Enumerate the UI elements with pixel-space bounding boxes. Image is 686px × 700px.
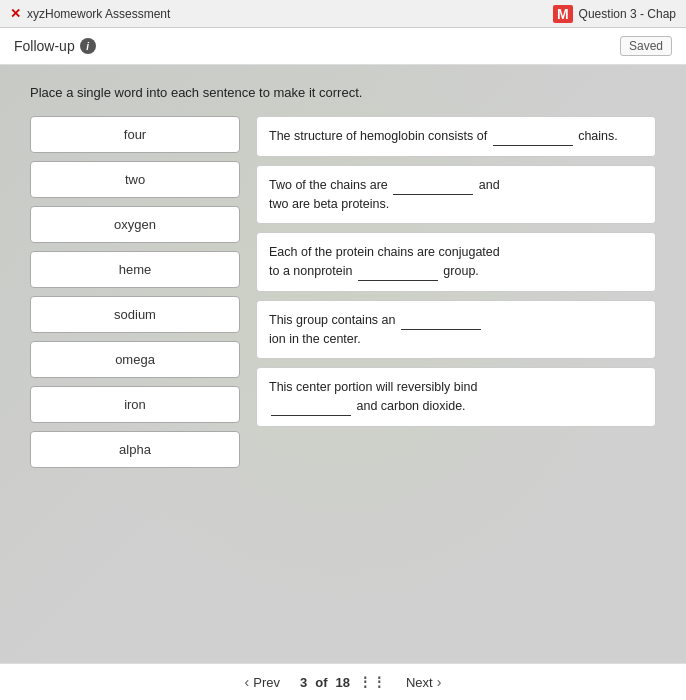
follow-up-text: Follow-up	[14, 38, 75, 54]
word-button-alpha[interactable]: alpha	[30, 431, 240, 468]
sentence-3-line1: Each of the protein chains are conjugate…	[269, 245, 500, 259]
word-list: four two oxygen heme sodium omega iron a…	[30, 116, 240, 468]
sentence-4-before: This group contains an	[269, 313, 399, 327]
sentence-box-5: This center portion will reversibly bind…	[256, 367, 656, 427]
sentence-4-line2: ion in the center.	[269, 332, 361, 346]
sentence-box-3: Each of the protein chains are conjugate…	[256, 232, 656, 292]
browser-tab-bar: ✕ xyzHomework Assessment M Question 3 - …	[0, 0, 686, 28]
word-button-oxygen[interactable]: oxygen	[30, 206, 240, 243]
word-button-heme[interactable]: heme	[30, 251, 240, 288]
sentence-box-2: Two of the chains are and two are beta p…	[256, 165, 656, 225]
word-button-four[interactable]: four	[30, 116, 240, 153]
sentence-box-4: This group contains an ion in the center…	[256, 300, 656, 360]
sentence-3-line2-after: group.	[443, 264, 478, 278]
sentence-5-line2-after: and carbon dioxide.	[356, 399, 465, 413]
next-label: Next	[406, 675, 433, 690]
sentence-1-after: chains.	[578, 129, 618, 143]
word-button-two[interactable]: two	[30, 161, 240, 198]
sentence-2-line2: two are beta proteins.	[269, 197, 389, 211]
page-info: 3 of 18 ⋮⋮	[300, 674, 386, 690]
header-row: Follow-up i Saved	[0, 28, 686, 65]
next-arrow-icon: ›	[437, 674, 442, 690]
bottom-navigation: ‹ Prev 3 of 18 ⋮⋮ Next ›	[0, 663, 686, 700]
word-button-iron[interactable]: iron	[30, 386, 240, 423]
content-area: Place a single word into each sentence t…	[0, 65, 686, 663]
m-icon: M	[553, 5, 573, 23]
follow-up-label: Follow-up i	[14, 38, 96, 54]
tab-right: M Question 3 - Chap	[553, 5, 676, 23]
sentence-2-line1-before: Two of the chains are	[269, 178, 391, 192]
close-tab-icon[interactable]: ✕	[10, 6, 21, 21]
two-column-layout: four two oxygen heme sodium omega iron a…	[30, 116, 656, 468]
prev-arrow-icon: ‹	[245, 674, 250, 690]
saved-badge: Saved	[620, 36, 672, 56]
sentence-1-before: The structure of hemoglobin consists of	[269, 129, 491, 143]
tab-left: ✕ xyzHomework Assessment	[10, 6, 170, 21]
sentence-4-blank[interactable]	[401, 316, 481, 330]
sentence-1-blank[interactable]	[493, 132, 573, 146]
info-icon[interactable]: i	[80, 38, 96, 54]
word-button-sodium[interactable]: sodium	[30, 296, 240, 333]
sentence-3-line2-before: to a nonprotein	[269, 264, 356, 278]
sentence-2-line1-after: and	[479, 178, 500, 192]
current-page: 3	[300, 675, 307, 690]
word-button-omega[interactable]: omega	[30, 341, 240, 378]
sentence-5-blank[interactable]	[271, 402, 351, 416]
prev-label: Prev	[253, 675, 280, 690]
instruction-text: Place a single word into each sentence t…	[30, 85, 656, 100]
grid-icon[interactable]: ⋮⋮	[358, 674, 386, 690]
tab-title: xyzHomework Assessment	[27, 7, 170, 21]
sentence-list: The structure of hemoglobin consists of …	[256, 116, 656, 468]
sentence-box-1: The structure of hemoglobin consists of …	[256, 116, 656, 157]
sentence-3-blank[interactable]	[358, 267, 438, 281]
right-title: Question 3 - Chap	[579, 7, 676, 21]
main-container: Follow-up i Saved Place a single word in…	[0, 28, 686, 700]
prev-button[interactable]: ‹ Prev	[245, 674, 280, 690]
sentence-2-blank[interactable]	[393, 181, 473, 195]
sentence-5-line1: This center portion will reversibly bind	[269, 380, 477, 394]
next-button[interactable]: Next ›	[406, 674, 441, 690]
total-pages: 18	[336, 675, 350, 690]
of-label: of	[315, 675, 327, 690]
